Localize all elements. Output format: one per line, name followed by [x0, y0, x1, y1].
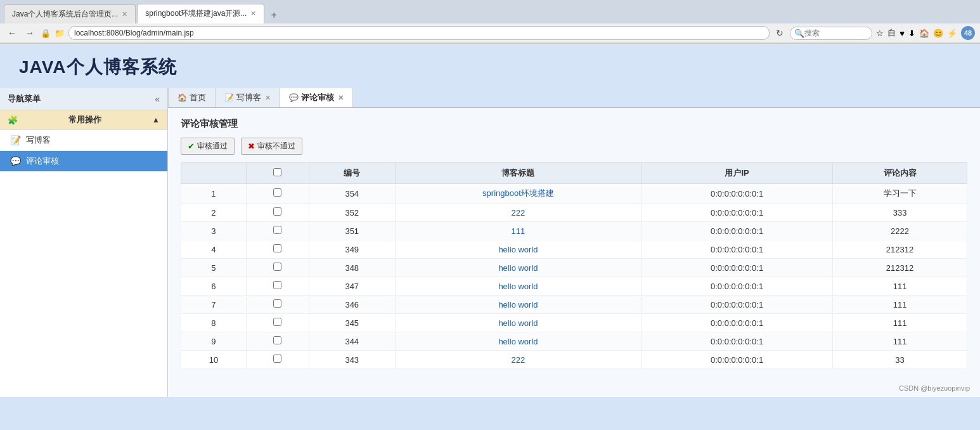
row-checkbox[interactable] — [273, 226, 281, 234]
url-input[interactable] — [68, 26, 770, 40]
row-ip-cell: 0:0:0:0:0:0:0:1 — [641, 332, 832, 351]
reject-button[interactable]: ✖ 审核不通过 — [241, 138, 302, 155]
tab-close-1[interactable]: ✕ — [122, 10, 127, 18]
row-checkbox[interactable] — [273, 299, 281, 308]
page-wrapper: JAVA个人博客系统 导航菜单 « 🧩 常用操作 ▲ 📝 写博客 💬 评论审核 — [0, 44, 980, 412]
table-row: 4349hello world0:0:0:0:0:0:0:1212312 — [181, 240, 967, 259]
row-checkbox[interactable] — [273, 355, 281, 363]
row-comment-cell: 111 — [833, 314, 967, 332]
row-title-link[interactable]: hello world — [498, 263, 538, 273]
row-comment-cell: 212312 — [833, 240, 967, 259]
select-all-checkbox[interactable] — [273, 168, 281, 176]
sidebar-item-comment-review-label: 评论审核 — [26, 155, 59, 167]
row-id-cell: 352 — [309, 204, 395, 222]
row-checkbox-cell[interactable] — [246, 296, 309, 314]
tab-write-blog-close[interactable]: ✕ — [265, 94, 271, 102]
row-title-link[interactable]: 222 — [512, 355, 525, 365]
row-title-cell[interactable]: springboot环境搭建 — [395, 184, 641, 204]
row-title-cell[interactable]: hello world — [395, 332, 641, 351]
row-id-cell: 344 — [309, 332, 395, 351]
search-input[interactable] — [804, 29, 868, 37]
sidebar-item-comment-review[interactable]: 💬 评论审核 — [0, 151, 167, 172]
row-checkbox[interactable] — [273, 244, 281, 252]
row-checkbox-cell[interactable] — [246, 184, 309, 204]
sidebar-section-label: 常用操作 — [68, 114, 101, 126]
row-checkbox-cell[interactable] — [246, 314, 309, 332]
row-checkbox[interactable] — [273, 263, 281, 271]
refresh-button[interactable]: ↻ — [773, 27, 786, 39]
row-checkbox[interactable] — [273, 318, 281, 326]
browser-tab-1[interactable]: Java个人博客系统后台管理页... ✕ — [4, 4, 136, 23]
tab-home[interactable]: 🏠 首页 — [168, 88, 216, 107]
action-bar: ✔ 审核通过 ✖ 审核不通过 — [181, 138, 967, 155]
row-num-cell: 10 — [181, 351, 247, 369]
sidebar-collapse-icon[interactable]: « — [155, 94, 160, 104]
row-checkbox-cell[interactable] — [246, 240, 309, 259]
row-title-link[interactable]: 111 — [512, 226, 525, 236]
sidebar-item-write-blog[interactable]: 📝 写博客 — [0, 130, 167, 151]
row-checkbox-cell[interactable] — [246, 222, 309, 240]
row-title-cell[interactable]: 222 — [395, 351, 641, 369]
row-title-cell[interactable]: 222 — [395, 204, 641, 222]
row-title-cell[interactable]: hello world — [395, 296, 641, 314]
row-ip-cell: 0:0:0:0:0:0:0:1 — [641, 314, 832, 332]
tab-comment-review[interactable]: 💬 评论审核 ✕ — [280, 88, 353, 107]
back-button[interactable]: ← — [5, 27, 19, 39]
row-checkbox-cell[interactable] — [246, 351, 309, 369]
row-checkbox-cell[interactable] — [246, 277, 309, 296]
bookmark-icon[interactable]: 自 — [887, 27, 896, 39]
row-id-cell: 351 — [309, 222, 395, 240]
row-checkbox-cell[interactable] — [246, 259, 309, 277]
row-checkbox[interactable] — [273, 207, 281, 216]
reject-label: 审核不通过 — [257, 141, 295, 152]
home-tab-icon: 🏠 — [177, 93, 187, 102]
row-checkbox[interactable] — [273, 336, 281, 344]
user-icon[interactable]: 😊 — [933, 29, 943, 38]
star-icon[interactable]: ☆ — [876, 29, 884, 38]
row-ip-cell: 0:0:0:0:0:0:0:1 — [641, 296, 832, 314]
new-tab-button[interactable]: + — [266, 7, 281, 23]
row-title-link[interactable]: hello world — [498, 300, 538, 309]
row-title-link[interactable]: 222 — [512, 208, 525, 218]
table-row: 9344hello world0:0:0:0:0:0:0:1111 — [181, 332, 967, 351]
col-checkbox-h[interactable] — [246, 163, 309, 184]
review-tab-icon: 💬 — [289, 93, 299, 102]
row-checkbox[interactable] — [273, 281, 281, 289]
row-id-cell: 354 — [309, 184, 395, 204]
row-title-link[interactable]: springboot环境搭建 — [482, 188, 554, 198]
row-title-link[interactable]: hello world — [498, 318, 538, 328]
row-checkbox-cell[interactable] — [246, 204, 309, 222]
table-body: 1354springboot环境搭建0:0:0:0:0:0:0:1学习一下235… — [181, 184, 967, 369]
home-icon[interactable]: 🏠 — [919, 29, 929, 38]
row-title-cell[interactable]: hello world — [395, 277, 641, 296]
row-title-cell[interactable]: hello world — [395, 259, 641, 277]
flash-icon[interactable]: ⚡ — [947, 29, 957, 38]
fold-icon: ▲ — [152, 115, 160, 124]
page-title: 评论审核管理 — [181, 118, 967, 130]
sidebar-section-common[interactable]: 🧩 常用操作 ▲ — [0, 110, 167, 130]
browser-tab-2[interactable]: springboot环境搭建java开源... ✕ — [137, 4, 264, 23]
row-title-cell[interactable]: hello world — [395, 314, 641, 332]
col-rownum — [181, 163, 247, 184]
approve-button[interactable]: ✔ 审核通过 — [181, 138, 235, 155]
row-title-link[interactable]: hello world — [498, 282, 538, 291]
forward-button[interactable]: → — [23, 27, 37, 39]
content-area: 🏠 首页 📝 写博客 ✕ 💬 评论审核 ✕ 评论审核管理 — [168, 88, 980, 397]
row-num-cell: 3 — [181, 222, 247, 240]
row-title-link[interactable]: hello world — [498, 245, 538, 254]
row-num-cell: 7 — [181, 296, 247, 314]
page-footer: CSDN @biyezuopinvip — [168, 379, 980, 397]
download-icon[interactable]: ⬇ — [908, 29, 915, 38]
row-comment-cell: 333 — [833, 204, 967, 222]
shield-icon[interactable]: ♥ — [899, 29, 905, 38]
row-title-cell[interactable]: hello world — [395, 240, 641, 259]
tab-close-2[interactable]: ✕ — [250, 10, 256, 18]
site-header: JAVA个人博客系统 — [0, 44, 980, 88]
row-checkbox-cell[interactable] — [246, 332, 309, 351]
row-title-link[interactable]: hello world — [498, 337, 538, 346]
sidebar: 导航菜单 « 🧩 常用操作 ▲ 📝 写博客 💬 评论审核 — [0, 88, 168, 397]
row-checkbox[interactable] — [273, 188, 281, 197]
tab-comment-review-close[interactable]: ✕ — [338, 94, 344, 102]
tab-write-blog[interactable]: 📝 写博客 ✕ — [216, 88, 280, 107]
row-title-cell[interactable]: 111 — [395, 222, 641, 240]
